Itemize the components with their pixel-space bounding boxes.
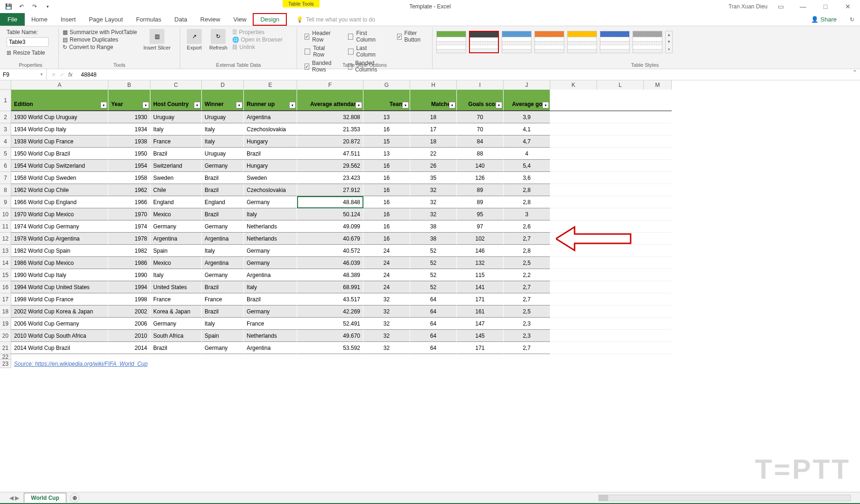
table-cell[interactable]: Mexico [150, 208, 202, 220]
table-cell[interactable]: 3,9 [504, 111, 550, 123]
convert-range-button[interactable]: ↻Convert to Range [63, 44, 137, 50]
table-cell[interactable]: 1986 World Cup Mexico [11, 257, 108, 269]
qat-dropdown-icon[interactable]: ▼ [42, 1, 53, 12]
table-cell[interactable]: 48.389 [297, 269, 363, 281]
table-cell[interactable]: 126 [457, 172, 504, 184]
table-cell[interactable]: 2006 World Cup Germany [11, 318, 108, 330]
table-cell[interactable]: 15 [363, 135, 410, 148]
table-cell[interactable]: 52.491 [297, 318, 363, 330]
filter-dropdown-icon[interactable]: ▼ [289, 102, 296, 108]
table-cell[interactable]: 2,5 [504, 257, 550, 269]
table-cell[interactable]: Mexico [150, 257, 202, 269]
table-cell[interactable]: 2,6 [504, 220, 550, 233]
table-cell[interactable]: Hungary [244, 160, 297, 172]
table-cell[interactable]: 1990 World Cup Italy [11, 269, 108, 281]
table-cell[interactable]: 40.679 [297, 233, 363, 245]
table-cell[interactable]: 24 [363, 269, 410, 281]
total-row-checkbox[interactable]: Total Row [305, 45, 336, 58]
column-header[interactable]: C [150, 80, 202, 90]
filter-dropdown-icon[interactable]: ▼ [142, 102, 149, 108]
tab-file[interactable]: File [0, 13, 25, 26]
name-box-dropdown-icon[interactable]: ▼ [40, 72, 43, 77]
table-cell[interactable]: 1986 [108, 257, 150, 269]
table-cell[interactable]: 2002 [108, 305, 150, 318]
filter-dropdown-icon[interactable]: ▼ [100, 102, 107, 108]
row-header[interactable]: 9 [0, 196, 11, 208]
table-cell[interactable]: Brazil [202, 208, 244, 220]
share-button[interactable]: 👤 Share [811, 16, 837, 23]
tab-formulas[interactable]: Formulas [129, 13, 168, 26]
tab-page-layout[interactable]: Page Layout [82, 13, 129, 26]
table-cell[interactable]: 52 [410, 281, 457, 293]
table-cell[interactable]: 16 [363, 123, 410, 135]
table-cell[interactable]: 16 [363, 220, 410, 233]
column-header[interactable]: F [297, 80, 363, 90]
column-header[interactable]: L [597, 80, 644, 90]
table-cell[interactable]: Germany [244, 196, 297, 208]
row-header[interactable]: 12 [0, 233, 11, 245]
table-cell[interactable]: 1930 World Cup Uruguay [11, 111, 108, 123]
column-header[interactable]: I [457, 80, 504, 90]
table-cell[interactable]: 2,7 [504, 233, 550, 245]
table-cell[interactable]: 115 [457, 269, 504, 281]
table-cell[interactable]: 89 [457, 184, 504, 196]
table-cell[interactable]: 24 [363, 257, 410, 269]
table-cell[interactable]: Sweden [150, 172, 202, 184]
table-cell[interactable]: 70 [457, 111, 504, 123]
tab-review[interactable]: Review [194, 13, 227, 26]
table-cell[interactable]: 4 [504, 148, 550, 160]
table-cell[interactable]: Brazil [202, 305, 244, 318]
tab-home[interactable]: Home [25, 13, 54, 26]
enter-formula-icon[interactable]: ✓ [60, 71, 64, 78]
tab-insert[interactable]: Insert [54, 13, 83, 26]
table-cell[interactable]: 2006 [108, 318, 150, 330]
table-cell[interactable]: Czechoslovakia [244, 184, 297, 196]
table-cell[interactable]: 20.872 [297, 135, 363, 148]
table-cell[interactable]: Brazil [150, 148, 202, 160]
table-cell[interactable]: 84 [457, 135, 504, 148]
table-cell[interactable]: 43.517 [297, 293, 363, 305]
table-style-thumb[interactable] [600, 31, 630, 53]
table-cell[interactable]: 32 [363, 342, 410, 354]
table-cell[interactable]: 1950 [108, 148, 150, 160]
redo-icon[interactable]: ↷ [29, 1, 40, 12]
table-cell[interactable]: 32.808 [297, 111, 363, 123]
collapse-ribbon-icon[interactable]: ⌃ [853, 69, 857, 76]
table-cell[interactable]: 46.039 [297, 257, 363, 269]
row-header[interactable]: 8 [0, 184, 11, 196]
row-header[interactable]: 14 [0, 257, 11, 269]
table-cell[interactable]: Uruguay [202, 111, 244, 123]
table-cell[interactable]: 1978 [108, 233, 150, 245]
cancel-formula-icon[interactable]: ✕ [51, 71, 56, 78]
table-cell[interactable]: 64 [410, 330, 457, 342]
remove-duplicates-button[interactable]: ▤Remove Duplicates [63, 36, 137, 43]
filter-dropdown-icon[interactable]: ▼ [542, 102, 549, 108]
table-cell[interactable]: 32 [363, 318, 410, 330]
table-cell[interactable]: 38 [410, 233, 457, 245]
table-cell[interactable]: 24 [363, 245, 410, 257]
table-cell[interactable]: Argentina [244, 342, 297, 354]
row-header[interactable]: 18 [0, 305, 11, 318]
table-cell[interactable]: 32 [410, 196, 457, 208]
table-cell[interactable]: Germany [202, 342, 244, 354]
table-cell[interactable]: 52 [410, 269, 457, 281]
row-header[interactable]: 21 [0, 342, 11, 354]
table-cell[interactable]: 1974 [108, 220, 150, 233]
table-cell[interactable]: 64 [410, 318, 457, 330]
add-sheet-button[interactable]: ⊕ [70, 493, 79, 503]
row-header[interactable]: 22 [0, 354, 11, 360]
table-cell[interactable]: 32 [363, 305, 410, 318]
resize-table-button[interactable]: ⊞ Resize Table [7, 50, 55, 56]
row-header[interactable]: 20 [0, 330, 11, 342]
table-cell[interactable]: Switzerland [150, 160, 202, 172]
row-header[interactable]: 6 [0, 160, 11, 172]
row-header[interactable]: 5 [0, 148, 11, 160]
table-cell[interactable]: 102 [457, 233, 504, 245]
row-header[interactable]: 17 [0, 293, 11, 305]
table-cell[interactable]: 38 [410, 220, 457, 233]
table-cell[interactable]: 1970 [108, 208, 150, 220]
table-cell[interactable]: 1994 [108, 281, 150, 293]
save-icon[interactable]: 💾 [3, 1, 14, 12]
table-cell[interactable]: Netherlands [244, 233, 297, 245]
table-cell[interactable]: Germany [150, 220, 202, 233]
